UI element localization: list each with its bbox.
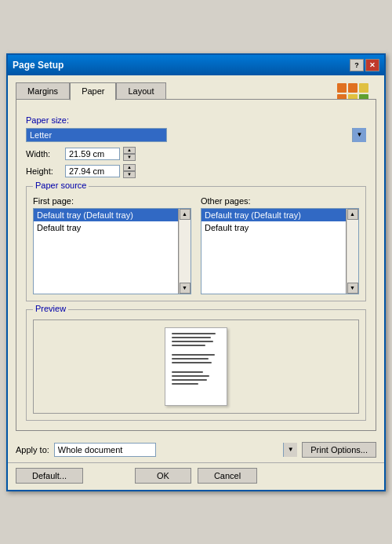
first-page-item-1[interactable]: Default tray bbox=[34, 221, 178, 234]
preview-line-7 bbox=[172, 362, 212, 363]
other-pages-scroll-track bbox=[347, 220, 358, 283]
width-row: Width: ▲ ▼ bbox=[26, 147, 366, 161]
title-bar: Page Setup ? ✕ bbox=[8, 55, 384, 75]
preview-line-11 bbox=[172, 383, 198, 385]
width-spinner: ▲ ▼ bbox=[65, 147, 136, 161]
preview-line-9 bbox=[172, 375, 209, 377]
height-down-button[interactable]: ▼ bbox=[123, 171, 136, 178]
ok-button[interactable]: OK bbox=[135, 468, 191, 484]
first-page-scroll-track bbox=[180, 220, 191, 283]
first-page-listbox[interactable]: Default tray (Default tray) Default tray… bbox=[33, 208, 191, 294]
height-input[interactable] bbox=[65, 165, 120, 177]
first-page-scroll-up[interactable]: ▲ bbox=[180, 209, 191, 220]
footer-center: OK Cancel bbox=[135, 468, 257, 484]
window-title: Page Setup bbox=[13, 60, 64, 71]
width-down-button[interactable]: ▼ bbox=[123, 154, 136, 161]
tile-1 bbox=[337, 83, 347, 93]
first-page-column: First page: Default tray (Default tray) … bbox=[33, 196, 191, 294]
preview-line-1 bbox=[172, 333, 216, 334]
other-pages-scroll-down[interactable]: ▼ bbox=[347, 283, 358, 294]
first-page-scroll-down[interactable]: ▼ bbox=[180, 283, 191, 294]
tab-layout[interactable]: Layout bbox=[116, 82, 165, 100]
tab-content-paper: Paper size: Letter A4 A3 Legal ▼ Width: bbox=[16, 99, 376, 431]
cancel-button[interactable]: Cancel bbox=[198, 468, 257, 484]
preview-gap bbox=[172, 349, 220, 352]
width-input[interactable] bbox=[65, 148, 120, 160]
width-spinner-buttons: ▲ ▼ bbox=[123, 147, 136, 161]
other-pages-scrollbar: ▲ ▼ bbox=[346, 209, 358, 294]
preview-gap-2 bbox=[172, 366, 220, 369]
source-columns: First page: Default tray (Default tray) … bbox=[33, 196, 359, 294]
preview-group: Preview bbox=[26, 309, 366, 421]
apply-to-bar: Apply to: Whole document This point forw… bbox=[8, 437, 384, 462]
page-preview bbox=[165, 327, 227, 406]
tab-paper[interactable]: Paper bbox=[70, 82, 116, 100]
preview-line-3 bbox=[172, 341, 213, 342]
paper-source-section: Paper source First page: Default tray (D… bbox=[26, 186, 366, 301]
preview-line-5 bbox=[172, 354, 215, 356]
first-page-item-0[interactable]: Default tray (Default tray) bbox=[34, 209, 178, 221]
title-bar-buttons: ? ✕ bbox=[350, 59, 379, 71]
height-spinner-buttons: ▲ ▼ bbox=[123, 164, 136, 178]
preview-section: Preview bbox=[26, 309, 366, 421]
paper-size-dropdown-arrow: ▼ bbox=[352, 128, 366, 142]
preview-line-8 bbox=[172, 371, 203, 373]
apply-to-wrapper: Whole document This point forward Select… bbox=[54, 443, 297, 457]
height-spinner: ▲ ▼ bbox=[65, 164, 136, 178]
width-label: Width: bbox=[26, 149, 65, 159]
preview-label: Preview bbox=[33, 304, 68, 313]
width-up-button[interactable]: ▲ bbox=[123, 147, 136, 154]
paper-size-label: Paper size: bbox=[26, 115, 366, 125]
other-pages-item-0[interactable]: Default tray (Default tray) bbox=[201, 209, 346, 221]
footer-left: Default... bbox=[16, 468, 135, 484]
other-pages-listbox[interactable]: Default tray (Default tray) Default tray… bbox=[201, 208, 359, 294]
tab-margins[interactable]: Margins bbox=[16, 82, 70, 100]
main-content: Margins Paper Layout bbox=[8, 75, 384, 437]
footer-bar: Default... OK Cancel bbox=[8, 462, 384, 490]
other-pages-column: Other pages: Default tray (Default tray)… bbox=[201, 196, 359, 294]
help-button[interactable]: ? bbox=[350, 59, 364, 71]
first-page-label: First page: bbox=[33, 196, 191, 206]
preview-line-2 bbox=[172, 337, 211, 338]
preview-line-10 bbox=[172, 379, 207, 381]
tile-2 bbox=[348, 83, 358, 93]
height-row: Height: ▲ ▼ bbox=[26, 164, 366, 178]
paper-size-dropdown-wrapper: Letter A4 A3 Legal ▼ bbox=[26, 128, 366, 142]
close-button[interactable]: ✕ bbox=[365, 59, 379, 71]
preview-line-4 bbox=[172, 345, 205, 346]
paper-size-select[interactable]: Letter A4 A3 Legal bbox=[26, 128, 167, 142]
tile-3 bbox=[359, 83, 368, 93]
first-page-scrollbar: ▲ ▼ bbox=[178, 209, 191, 294]
paper-source-label: Paper source bbox=[33, 181, 89, 190]
tab-bar: Margins Paper Layout bbox=[16, 82, 166, 100]
apply-to-select[interactable]: Whole document This point forward Select… bbox=[54, 443, 156, 457]
page-setup-window: Page Setup ? ✕ Margins Paper Layout bbox=[6, 53, 386, 491]
other-pages-label: Other pages: bbox=[201, 196, 359, 206]
paper-size-section: Paper size: Letter A4 A3 Legal ▼ Width: bbox=[26, 115, 366, 178]
preview-box bbox=[33, 319, 359, 414]
print-options-button[interactable]: Print Options... bbox=[302, 442, 376, 458]
height-label: Height: bbox=[26, 166, 65, 176]
other-pages-item-1[interactable]: Default tray bbox=[201, 221, 346, 234]
apply-to-label: Apply to: bbox=[16, 445, 49, 455]
default-button[interactable]: Default... bbox=[16, 468, 83, 484]
height-up-button[interactable]: ▲ bbox=[123, 164, 136, 171]
apply-to-arrow: ▼ bbox=[283, 443, 297, 457]
other-pages-scroll-up[interactable]: ▲ bbox=[347, 209, 358, 220]
preview-line-6 bbox=[172, 358, 209, 360]
